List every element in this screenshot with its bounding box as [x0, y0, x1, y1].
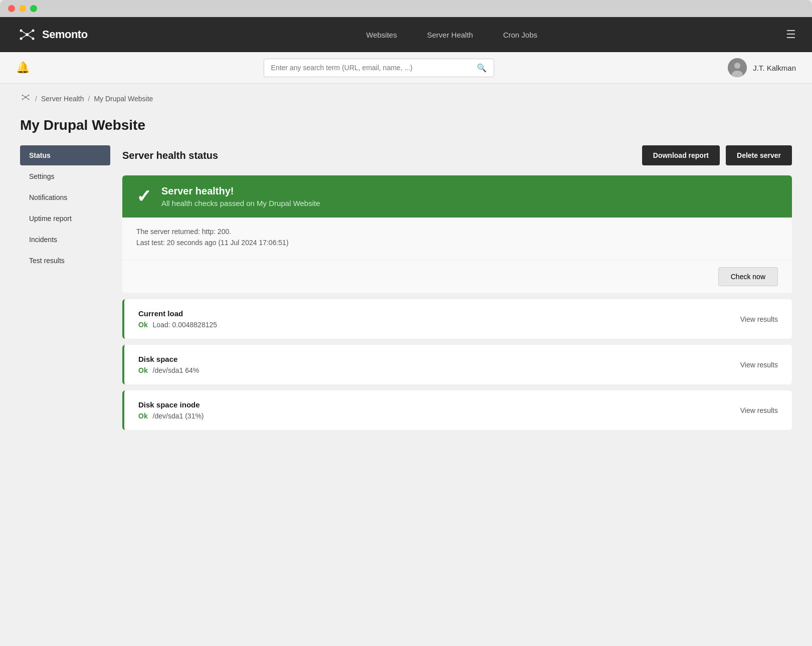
status-header: Server health status Download report Del… — [122, 145, 792, 165]
sidebar: Status Settings Notifications Uptime rep… — [20, 145, 110, 436]
minimize-button[interactable] — [19, 5, 26, 12]
nav-links: Websites Server Health Cron Jobs — [118, 31, 786, 39]
nav-right: ☰ — [786, 28, 796, 41]
svg-line-8 — [27, 35, 33, 39]
search-center: 🔍 — [30, 59, 728, 77]
metric-left-disk-space-inode: Disk space inode Ok /dev/sda1 (31%) — [138, 400, 204, 420]
nav-link-server-health[interactable]: Server Health — [427, 31, 473, 39]
sidebar-item-settings[interactable]: Settings — [20, 166, 110, 186]
search-input[interactable] — [271, 64, 472, 72]
svg-line-18 — [26, 95, 29, 97]
status-banner: ✓ Server healthy! All health checks pass… — [122, 175, 792, 218]
view-results-link-disk-space-inode[interactable]: View results — [740, 406, 778, 414]
breadcrumb: / Server Health / My Drupal Website — [0, 84, 812, 113]
status-text: Server healthy! All health checks passed… — [161, 185, 320, 207]
svg-line-17 — [23, 95, 26, 97]
header-buttons: Download report Delete server — [642, 145, 792, 165]
metric-ok-current-load: Ok — [138, 321, 148, 329]
metric-left-current-load: Current load Ok Load: 0.0048828125 — [138, 309, 217, 329]
metric-value-disk-space: Ok /dev/sda1 64% — [138, 366, 199, 374]
close-button[interactable] — [8, 5, 15, 12]
metric-card-disk-space: Disk space Ok /dev/sda1 64% View results — [122, 345, 792, 384]
status-section-title: Server health status — [122, 150, 218, 161]
maximize-button[interactable] — [30, 5, 37, 12]
search-input-wrap: 🔍 — [264, 59, 494, 77]
check-now-button[interactable]: Check now — [718, 267, 778, 286]
health-card: ✓ Server healthy! All health checks pass… — [122, 175, 792, 293]
metric-card-current-load: Current load Ok Load: 0.0048828125 View … — [122, 299, 792, 339]
server-info: The server returned: http: 200. Last tes… — [122, 218, 792, 260]
breadcrumb-current: My Drupal Website — [94, 95, 153, 103]
nav-link-cron-jobs[interactable]: Cron Jobs — [503, 31, 537, 39]
search-icon[interactable]: 🔍 — [477, 63, 487, 73]
svg-line-20 — [26, 97, 29, 99]
server-info-line2: Last test: 20 seconds ago (11 Jul 2024 1… — [136, 239, 778, 247]
main-container: / Server Health / My Drupal Website My D… — [0, 84, 812, 646]
username: J.T. Kalkman — [753, 64, 796, 72]
search-bar: 🔔 🔍 J.T. Kalkman — [0, 52, 812, 84]
sidebar-item-notifications[interactable]: Notifications — [20, 187, 110, 207]
svg-line-19 — [23, 97, 26, 99]
svg-line-5 — [21, 31, 27, 35]
hamburger-icon[interactable]: ☰ — [786, 28, 796, 41]
avatar — [728, 58, 747, 77]
svg-point-10 — [734, 63, 740, 69]
checkmark-icon: ✓ — [136, 186, 151, 207]
main-content: Server health status Download report Del… — [122, 145, 792, 436]
bell-icon[interactable]: 🔔 — [16, 61, 30, 74]
home-icon[interactable] — [20, 92, 31, 105]
breadcrumb-sep-2: / — [88, 95, 90, 103]
metric-left-disk-space: Disk space Ok /dev/sda1 64% — [138, 355, 199, 374]
metric-detail-disk-space: /dev/sda1 64% — [153, 366, 199, 374]
logo-icon — [16, 24, 38, 46]
page-title: My Drupal Website — [0, 113, 812, 145]
metric-ok-disk-space-inode: Ok — [138, 412, 148, 420]
metric-title-disk-space: Disk space — [138, 355, 199, 363]
check-now-row: Check now — [122, 260, 792, 293]
sidebar-item-test-results[interactable]: Test results — [20, 251, 110, 271]
server-info-line1: The server returned: http: 200. — [136, 228, 778, 236]
metric-detail-disk-space-inode: /dev/sda1 (31%) — [153, 412, 204, 420]
banner-subtext: All health checks passed on My Drupal We… — [161, 199, 320, 207]
top-navigation: Semonto Websites Server Health Cron Jobs… — [0, 17, 812, 52]
content-area: Status Settings Notifications Uptime rep… — [0, 145, 812, 456]
svg-line-7 — [21, 35, 27, 39]
delete-server-button[interactable]: Delete server — [726, 145, 792, 165]
logo[interactable]: Semonto — [16, 24, 88, 46]
sidebar-item-status[interactable]: Status — [20, 145, 110, 165]
view-results-link-disk-space[interactable]: View results — [740, 361, 778, 369]
nav-link-websites[interactable]: Websites — [366, 31, 397, 39]
view-results-link-current-load[interactable]: View results — [740, 315, 778, 323]
breadcrumb-sep-1: / — [35, 95, 37, 103]
user-profile[interactable]: J.T. Kalkman — [728, 58, 796, 77]
svg-line-6 — [27, 31, 33, 35]
download-report-button[interactable]: Download report — [642, 145, 720, 165]
metric-detail-current-load: Load: 0.0048828125 — [153, 321, 217, 329]
logo-text: Semonto — [42, 28, 88, 41]
metric-value-disk-space-inode: Ok /dev/sda1 (31%) — [138, 412, 204, 420]
metric-title-disk-space-inode: Disk space inode — [138, 400, 204, 409]
sidebar-item-uptime-report[interactable]: Uptime report — [20, 208, 110, 229]
breadcrumb-link-server-health[interactable]: Server Health — [41, 95, 84, 103]
metric-value-current-load: Ok Load: 0.0048828125 — [138, 321, 217, 329]
banner-heading: Server healthy! — [161, 185, 320, 197]
metric-card-disk-space-inode: Disk space inode Ok /dev/sda1 (31%) View… — [122, 390, 792, 430]
metric-ok-disk-space: Ok — [138, 366, 148, 374]
metric-title-current-load: Current load — [138, 309, 217, 318]
window-chrome — [0, 0, 812, 17]
sidebar-item-incidents[interactable]: Incidents — [20, 230, 110, 250]
